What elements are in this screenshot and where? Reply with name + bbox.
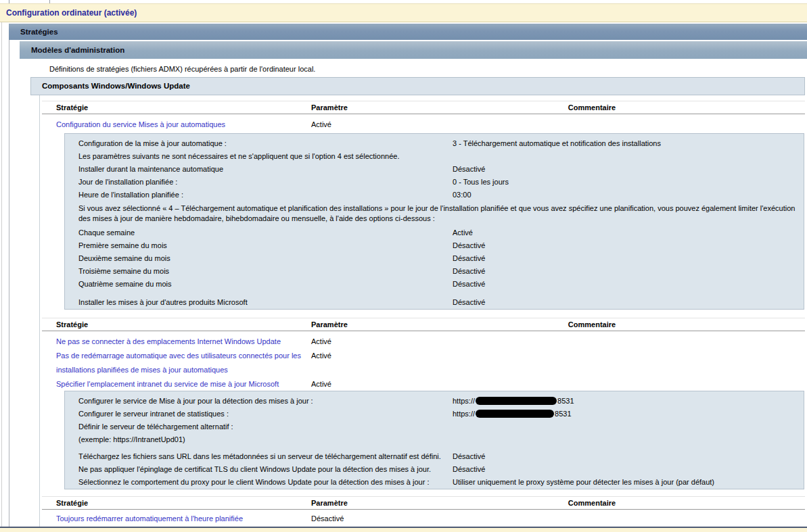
policy-setting: Activé — [311, 118, 480, 132]
policy-link[interactable]: Configuration du service Mises à jour au… — [56, 120, 225, 128]
admx-definitions-note: Définitions de stratégies (fichiers ADMX… — [49, 65, 315, 73]
detail-row: Troisième semaine du mois Désactivé — [65, 265, 804, 278]
detail-label: Installer les mises à jour d'autres prod… — [78, 296, 453, 309]
detail-row: Téléchargez les fichiers sans URL dans l… — [65, 450, 804, 463]
url-prefix: https:// — [453, 397, 475, 405]
policy-row: Spécifier l'emplacement intranet du serv… — [42, 377, 805, 391]
detail-row: Deuxième semaine du mois Désactivé — [65, 252, 804, 265]
policy-row: Ne pas se connecter à des emplacements I… — [42, 335, 805, 349]
url-suffix: 8531 — [557, 397, 574, 405]
detail-label: Ne pas appliquer l'épinglage de certific… — [78, 463, 453, 476]
detail-row: Quatrième semaine du mois Désactivé — [65, 278, 804, 291]
url-prefix: https:// — [453, 410, 475, 418]
detail-label: Deuxième semaine du mois — [78, 252, 453, 265]
detail-row: (exemple: https://IntranetUpd01) — [65, 433, 804, 446]
policy-comment — [480, 118, 704, 132]
detail-value: Désactivé — [453, 450, 804, 463]
detail-value — [453, 150, 804, 163]
redaction-bar — [476, 410, 554, 418]
inner-border-line — [39, 95, 40, 527]
detail-row: Configurer le service de Mise à jour pou… — [65, 395, 804, 408]
detail-value: Désactivé — [453, 463, 804, 476]
detail-label: Sélectionnez le comportement du proxy po… — [78, 476, 453, 489]
detail-label: Installer durant la maintenance automati… — [78, 163, 453, 176]
policy-link[interactable]: Ne pas se connecter à des emplacements I… — [56, 337, 281, 345]
detail-value: Désactivé — [453, 239, 804, 252]
detail-url-value: https://8531 — [453, 408, 804, 420]
column-setting: Paramètre — [311, 318, 480, 331]
column-comment: Commentaire — [480, 318, 704, 331]
detail-value: 0 - Tous les jours — [453, 176, 804, 189]
detail-label: Quatrième semaine du mois — [78, 278, 453, 291]
windows-update-component-header[interactable]: Composants Windows/Windows Update — [30, 77, 805, 95]
column-policy: Stratégie — [42, 318, 311, 331]
policy-comment — [480, 512, 704, 526]
column-setting: Paramètre — [311, 497, 480, 509]
column-comment: Commentaire — [480, 497, 704, 509]
detail-label: Configuration de la mise à jour automati… — [78, 137, 453, 150]
detail-row: Jour de l'installation planifiée : 0 - T… — [65, 176, 804, 189]
detail-label: Téléchargez les fichiers sans URL dans l… — [78, 450, 453, 463]
detail-label: Troisième semaine du mois — [78, 265, 453, 278]
detail-label: Définir le serveur de téléchargement alt… — [78, 420, 453, 433]
detail-row: Première semaine du mois Désactivé — [65, 239, 804, 252]
detail-note: Si vous avez sélectionné « 4 – Télécharg… — [65, 201, 804, 226]
detail-value: Utiliser uniquement le proxy système pou… — [453, 476, 804, 489]
policies-header[interactable]: Stratégies — [9, 24, 807, 40]
outer-border-line — [1, 22, 2, 527]
policy-row: Toujours redémarrer automatiquement à l'… — [42, 512, 805, 526]
policy-setting: Activé — [311, 349, 480, 377]
detail-label: Configurer le serveur intranet de statis… — [78, 408, 453, 420]
detail-row: Installer durant la maintenance automati… — [65, 163, 804, 176]
policy-row: Configuration du service Mises à jour au… — [42, 118, 805, 132]
column-comment: Commentaire — [480, 101, 704, 114]
detail-value: 3 - Téléchargement automatique et notifi… — [453, 137, 804, 150]
section-border-line — [9, 40, 9, 527]
policy-link[interactable]: Toujours redémarrer automatiquement à l'… — [56, 514, 243, 523]
detail-row: Installer les mises à jour d'autres prod… — [65, 296, 804, 309]
computer-configuration-header[interactable]: Configuration ordinateur (activée) — [0, 3, 807, 22]
policy-comment — [480, 335, 704, 349]
detail-label: Heure de l'installation planifiée : — [78, 189, 453, 201]
detail-row: Heure de l'installation planifiée : 03:0… — [65, 189, 804, 201]
detail-row: Les paramètres suivants ne sont nécessai… — [65, 150, 804, 163]
column-policy: Stratégie — [42, 497, 311, 509]
detail-row: Sélectionnez le comportement du proxy po… — [65, 476, 804, 489]
detail-value: Désactivé — [453, 163, 804, 176]
detail-value: Activé — [453, 226, 804, 239]
detail-value: Désactivé — [453, 278, 804, 291]
policy-row: Pas de redémarrage automatique avec des … — [42, 349, 805, 377]
detail-row: Ne pas appliquer l'épinglage de certific… — [65, 463, 804, 476]
detail-label: Les paramètres suivants ne sont nécessai… — [78, 150, 453, 163]
detail-value — [453, 433, 804, 446]
detail-value: Désactivé — [453, 296, 804, 309]
policy-table-header: Stratégie Paramètre Commentaire — [42, 101, 805, 114]
detail-label: Configurer le service de Mise à jour pou… — [78, 395, 453, 408]
detail-value: Désactivé — [453, 252, 804, 265]
admin-templates-header[interactable]: Modèles d'administration — [20, 41, 807, 59]
detail-value: Désactivé — [453, 265, 804, 278]
url-suffix: 8531 — [555, 410, 571, 418]
detail-label: Première semaine du mois — [78, 239, 453, 252]
policy-link[interactable]: Pas de redémarrage automatique avec des … — [56, 352, 301, 374]
row-spacer — [65, 291, 804, 296]
detail-url-value: https://8531 — [453, 395, 804, 408]
detail-row: Définir le serveur de téléchargement alt… — [65, 420, 804, 433]
policy-setting: Activé — [311, 335, 480, 349]
column-policy: Stratégie — [42, 101, 311, 114]
detail-row: Configurer le serveur intranet de statis… — [65, 408, 804, 420]
policy-detail-table: Configurer le service de Mise à jour pou… — [64, 391, 804, 489]
detail-row: Configuration de la mise à jour automati… — [65, 137, 804, 150]
policy-table-header: Stratégie Paramètre Commentaire — [42, 496, 805, 510]
policy-setting: Désactivé — [311, 512, 480, 526]
policy-link[interactable]: Spécifier l'emplacement intranet du serv… — [56, 380, 279, 388]
policy-comment — [480, 377, 704, 391]
detail-value — [453, 420, 804, 433]
detail-label: (exemple: https://IntranetUpd01) — [78, 433, 453, 446]
redaction-bar — [476, 397, 557, 405]
detail-label: Chaque semaine — [78, 226, 453, 239]
detail-label: Jour de l'installation planifiée : — [78, 176, 453, 189]
policy-setting: Activé — [311, 377, 480, 391]
policy-table-header: Stratégie Paramètre Commentaire — [42, 318, 805, 331]
column-setting: Paramètre — [311, 101, 480, 114]
